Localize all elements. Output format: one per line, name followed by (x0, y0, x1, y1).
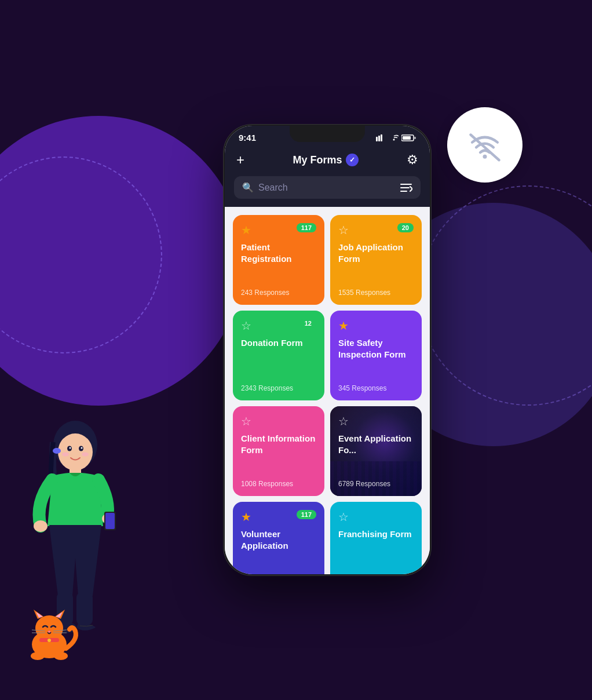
form-card-client-information[interactable]: ☆Client Information Form1008 Responses (233, 406, 324, 496)
card-title-site-safety: Site Safety Inspection Form (338, 337, 414, 380)
svg-rect-39 (403, 136, 411, 140)
form-card-donation-form[interactable]: ☆12Donation Form2343 Responses (233, 311, 324, 400)
card-title-event-application: Event Application Fo... (338, 433, 414, 475)
star-icon-donation-form[interactable]: ☆ (241, 319, 251, 333)
svg-point-10 (82, 453, 89, 457)
form-card-event-application[interactable]: ☆Event Application Fo...6789 Responses (330, 406, 422, 496)
search-input[interactable]: Search (258, 183, 395, 193)
svg-rect-36 (381, 134, 382, 141)
card-responses-donation-form: 2343 Responses (241, 384, 316, 392)
form-card-patient-registration[interactable]: ★117Patient Registration243 Responses (233, 215, 324, 305)
star-icon-patient-registration[interactable]: ★ (241, 223, 251, 237)
verified-badge: ✓ (346, 154, 359, 166)
svg-point-12 (34, 520, 47, 532)
card-title-client-information: Client Information Form (241, 433, 316, 475)
settings-button[interactable]: ⚙ (407, 152, 418, 167)
badge-job-application: 20 (397, 223, 414, 232)
badge-donation-form: 12 (300, 319, 316, 328)
star-icon-client-information[interactable]: ☆ (241, 414, 251, 428)
badge-volunteer-application: 117 (297, 510, 316, 519)
search-bar-container: 🔍 Search (225, 176, 430, 207)
svg-point-0 (483, 155, 487, 159)
star-icon-job-application[interactable]: ☆ (338, 223, 349, 237)
card-responses-event-application: 6789 Responses (338, 480, 414, 488)
star-icon-volunteer-application[interactable]: ★ (241, 510, 251, 524)
status-icons (376, 134, 416, 141)
svg-rect-34 (376, 137, 378, 141)
phone-mockup: 9:41 + (223, 124, 432, 576)
app-header: + My Forms ✓ ⚙ (225, 146, 430, 176)
search-icon: 🔍 (242, 182, 254, 193)
svg-point-32 (31, 652, 45, 660)
form-card-volunteer-application[interactable]: ★117Volunteer Application243 Responses (233, 502, 324, 574)
svg-rect-15 (105, 513, 115, 529)
card-title-donation-form: Donation Form (241, 337, 316, 380)
sort-icon[interactable] (400, 183, 412, 193)
forms-grid: ★117Patient Registration243 Responses☆20… (225, 207, 430, 574)
search-input-wrap[interactable]: 🔍 Search (234, 176, 421, 199)
svg-point-37 (393, 138, 395, 140)
svg-point-9 (62, 453, 69, 457)
card-title-job-application: Job Application Form (338, 242, 414, 284)
app-title-text: My Forms (293, 154, 342, 166)
star-icon-event-application[interactable]: ☆ (338, 414, 349, 428)
svg-point-3 (58, 433, 93, 471)
svg-point-33 (54, 652, 68, 660)
form-card-job-application[interactable]: ☆20Job Application Form1535 Responses (330, 215, 422, 305)
card-responses-patient-registration: 243 Responses (241, 289, 316, 297)
svg-point-20 (35, 615, 63, 641)
card-responses-client-information: 1008 Responses (241, 480, 316, 488)
phone-notch (290, 126, 365, 142)
star-icon-site-safety[interactable]: ★ (338, 319, 349, 333)
form-card-franchising-form[interactable]: ☆Franchising Form1535 Responses (330, 502, 422, 574)
status-time: 9:41 (239, 133, 256, 143)
card-title-patient-registration: Patient Registration (241, 242, 316, 284)
card-title-volunteer-application: Volunteer Application (241, 528, 316, 571)
badge-patient-registration: 117 (297, 223, 316, 232)
svg-point-4 (53, 448, 61, 454)
svg-rect-35 (378, 136, 380, 141)
form-card-site-safety[interactable]: ★Site Safety Inspection Form345 Response… (330, 311, 422, 400)
wifi-off-indicator (447, 107, 522, 183)
add-button[interactable]: + (236, 152, 244, 168)
cat-illustration (17, 605, 81, 665)
card-responses-job-application: 1535 Responses (338, 289, 414, 297)
svg-rect-40 (414, 137, 416, 139)
star-icon-franchising-form[interactable]: ☆ (338, 510, 349, 524)
svg-point-7 (70, 447, 71, 449)
header-title: My Forms ✓ (293, 154, 358, 166)
card-responses-site-safety: 345 Responses (338, 384, 414, 392)
svg-point-8 (81, 447, 83, 449)
svg-point-31 (47, 639, 51, 642)
card-title-franchising-form: Franchising Form (338, 528, 414, 571)
